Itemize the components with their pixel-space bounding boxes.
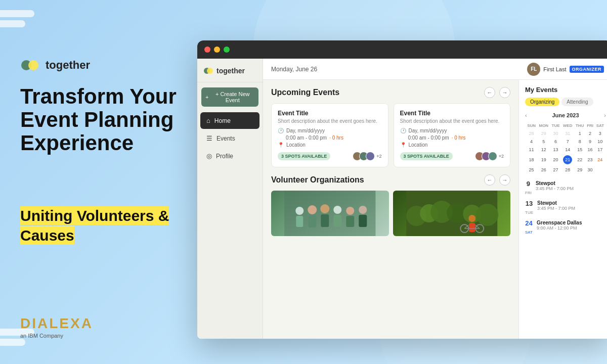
logo-area: together <box>20 56 182 75</box>
together-logo-text: together <box>46 59 90 72</box>
event-details-1: Stewpot 3:45 PM - 7:00 PM <box>536 180 606 191</box>
sub-headline: Uniting Volunteers & Causes <box>20 206 169 245</box>
cal-cell[interactable]: 18 <box>526 154 537 165</box>
cal-cell[interactable]: 29 <box>575 166 585 173</box>
cal-cell[interactable]: 23 <box>586 154 594 165</box>
events-icon: ☰ <box>206 134 212 142</box>
cal-cell[interactable]: 8 <box>575 138 585 145</box>
org-image-1[interactable] <box>271 191 389 236</box>
cal-row-3: 11 12 13 14 15 16 17 <box>526 146 605 153</box>
cal-cell[interactable]: 25 <box>526 166 537 173</box>
tab-attending[interactable]: Attending <box>561 98 593 106</box>
tab-organizing[interactable]: Organizing <box>525 98 559 106</box>
center-content: Upcoming Events ← → Event Title Short de… <box>263 80 518 339</box>
cal-cell[interactable]: 13 <box>551 146 561 153</box>
event-card-2-date: 🕐 Day, mm/dd/yyyy <box>400 128 504 133</box>
event-card-2[interactable]: Event Title Short description about the … <box>394 103 511 167</box>
avatar-count-2: +2 <box>499 154 504 159</box>
user-avatar: FL <box>527 63 540 76</box>
event-card-1-date: 🕐 Day, mm/dd/yyyy <box>278 128 382 133</box>
cal-cell[interactable]: 1 <box>575 130 585 137</box>
event-time-3: 9:00 AM - 12:00 PM <box>537 225 606 231</box>
cal-cell[interactable]: 4 <box>526 138 537 145</box>
svg-rect-11 <box>321 214 329 227</box>
event-details-2: Stewpot 3:45 PM - 7:00 PM <box>537 200 606 211</box>
create-event-button[interactable]: + + Create New Event <box>201 87 258 107</box>
cal-cell[interactable]: 3 <box>595 130 605 137</box>
cal-cell[interactable]: 2 <box>586 130 594 137</box>
cal-cell[interactable]: 5 <box>538 138 549 145</box>
topbar-date: Monday, June 26 <box>271 66 317 73</box>
event-card-1-title: Event Title <box>278 110 382 117</box>
cal-cell: 30 <box>551 130 561 137</box>
event-list-item-1[interactable]: 9 FRI Stewpot 3:45 PM - 7:00 PM <box>525 180 606 196</box>
cal-cell[interactable]: 6 <box>551 138 561 145</box>
avatar-6 <box>488 152 497 161</box>
cal-cell[interactable]: 17 <box>595 146 605 153</box>
event-card-2-time: 0:00 am - 0:00 pm · 0 hrs <box>400 135 504 141</box>
cal-month: June 2023 <box>552 112 579 118</box>
next-arrow-button[interactable]: → <box>499 87 510 98</box>
sidebar-item-home[interactable]: ⌂ Home <box>200 112 259 129</box>
cal-cell[interactable]: 26 <box>538 166 549 173</box>
topbar-user: FL First Last ORGANIZER <box>527 63 604 76</box>
event-list-item-3[interactable]: 24 SAT Greenspace Dallas 9:00 AM - 12:00… <box>525 220 606 236</box>
org-image-2[interactable] <box>393 191 511 236</box>
content-body: Upcoming Events ← → Event Title Short de… <box>263 80 607 339</box>
cal-cell[interactable]: 30 <box>586 166 594 173</box>
cal-cell[interactable]: 12 <box>538 146 549 153</box>
upcoming-events-title: Upcoming Events <box>271 88 339 97</box>
avatar-3 <box>366 152 375 161</box>
cal-cell[interactable]: 22 <box>575 154 585 165</box>
location-icon-1: 📍 <box>278 142 284 148</box>
cal-cell: 31 <box>562 130 574 137</box>
spots-badge-2: 3 SPOTS AVAILABLE <box>400 152 453 160</box>
cal-prev-arrow[interactable]: ‹ <box>525 112 527 118</box>
my-events-tabs: Organizing Attending <box>525 98 606 106</box>
svg-point-3 <box>207 68 213 74</box>
vol-next-arrow[interactable]: → <box>499 174 510 186</box>
cal-cell[interactable]: 7 <box>562 138 574 145</box>
cal-cell[interactable]: 19 <box>538 154 549 165</box>
vol-prev-arrow[interactable]: ← <box>484 174 495 186</box>
cal-cell[interactable]: 27 <box>551 166 561 173</box>
event-list-item-2[interactable]: 13 TUE Stewpot 3:45 PM - 7:00 PM <box>525 200 606 216</box>
cal-cell[interactable]: 11 <box>526 146 537 153</box>
svg-rect-26 <box>469 223 475 232</box>
event-name-2: Stewpot <box>537 200 606 206</box>
sidebar-item-events[interactable]: ☰ Events <box>200 130 259 147</box>
cal-cell[interactable]: 20 <box>551 154 561 165</box>
sidebar-logo: together <box>197 59 263 82</box>
cal-cell[interactable]: 14 <box>562 146 574 153</box>
cal-cell <box>595 166 605 173</box>
cal-day-wed: WED <box>562 122 574 129</box>
event-card-2-footer: 3 SPOTS AVAILABLE +2 <box>400 152 504 161</box>
event-card-1[interactable]: Event Title Short description about the … <box>271 103 388 167</box>
event-card-1-desc: Short description about the event goes h… <box>278 118 382 124</box>
main-area: Monday, June 26 FL First Last ORGANIZER … <box>263 59 607 339</box>
prev-arrow-button[interactable]: ← <box>484 87 495 98</box>
event-card-1-location: 📍 Location <box>278 142 382 148</box>
cal-cell[interactable]: 28 <box>562 166 574 173</box>
volunteer-orgs-header: Volunteer Organizations ← → <box>271 174 510 186</box>
event-time-1: 3:45 PM - 7:00 PM <box>536 186 606 191</box>
minimize-button[interactable] <box>214 47 220 53</box>
cal-cell[interactable]: 24 <box>595 154 605 165</box>
volunteer-orgs-nav: ← → <box>484 174 510 186</box>
event-card-2-title: Event Title <box>400 110 504 117</box>
profile-icon: ◎ <box>206 152 212 160</box>
cal-cell[interactable]: 9 <box>586 138 594 145</box>
cal-next-arrow[interactable]: › <box>604 112 606 118</box>
cal-cell[interactable]: 10 <box>595 138 605 145</box>
maximize-button[interactable] <box>224 47 230 53</box>
subheadline-wrapper: Uniting Volunteers & Causes <box>20 206 182 245</box>
close-button[interactable] <box>204 47 210 53</box>
cal-cell[interactable]: 15 <box>575 146 585 153</box>
cal-day-tue: TUE <box>551 122 561 129</box>
main-headline: Transform Your Event Planning Experience <box>20 85 182 155</box>
cal-cell[interactable]: 16 <box>586 146 594 153</box>
cal-cell-today[interactable]: 21 <box>562 154 574 165</box>
sidebar-item-profile[interactable]: ◎ Profile <box>200 148 259 164</box>
svg-rect-15 <box>346 216 354 227</box>
event-date-badge-1: 9 FRI <box>525 180 532 196</box>
